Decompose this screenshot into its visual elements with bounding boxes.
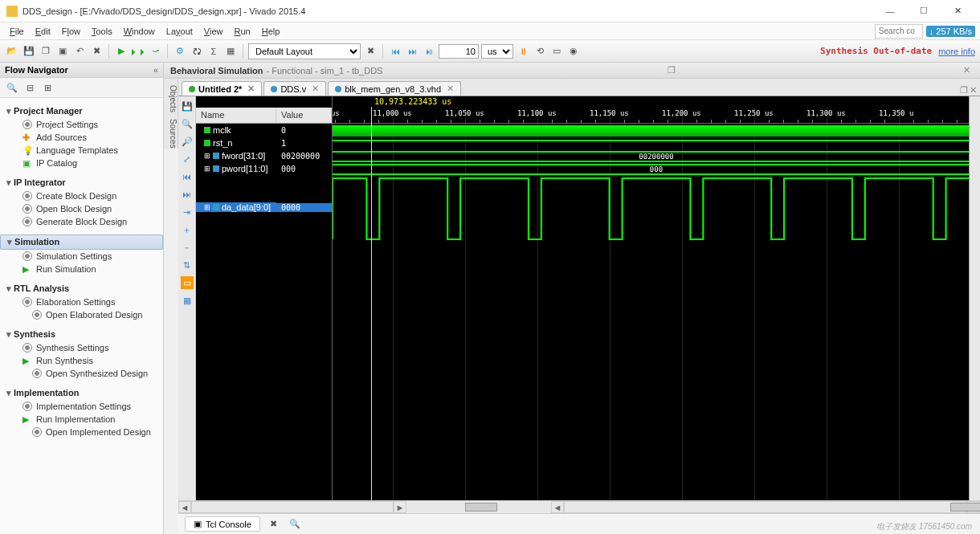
maximize-button[interactable]: ☐ <box>908 2 940 21</box>
nav-group-synthesis[interactable]: Synthesis <box>0 328 163 341</box>
sources-tab[interactable]: Sources <box>164 112 178 149</box>
nav-item-generate-block-design[interactable]: Generate Block Design <box>0 215 163 228</box>
nav-item-open-synthesized-design[interactable]: Open Synthesized Design <box>0 367 163 380</box>
run-time-input[interactable] <box>439 44 479 59</box>
nav-item-run-simulation[interactable]: ▶Run Simulation <box>0 263 163 275</box>
col-name[interactable]: Name <box>196 108 276 123</box>
prev-edge-icon[interactable]: ⏮ <box>181 170 194 183</box>
relaunch-icon[interactable]: ⟲ <box>533 44 547 59</box>
signal-row-fword310[interactable]: ⊞fword[31:0]00200000 <box>196 149 332 162</box>
col-value[interactable]: Value <box>276 108 332 123</box>
cancel-icon[interactable]: ✖ <box>89 44 104 59</box>
reload-icon[interactable]: 🗘 <box>190 44 204 59</box>
waveform-canvas[interactable]: 10,973.223433 us 10,950 us11,000 us11,05… <box>333 96 980 500</box>
close-icon[interactable]: ✕ <box>312 84 319 94</box>
cursor-line[interactable] <box>371 96 372 500</box>
zoom-out-icon[interactable]: 🔎 <box>181 135 194 148</box>
close-icon[interactable]: ✕ <box>447 84 454 94</box>
settings-icon[interactable]: ⚙ <box>173 44 187 59</box>
tcl-console-tab[interactable]: ▣ Tcl Console <box>185 516 260 532</box>
tab-untitled[interactable]: Untitled 2*✕ <box>182 81 262 96</box>
nav-group-rtl-analysis[interactable]: RTL Analysis <box>0 282 163 296</box>
nav-item-run-implementation[interactable]: ▶Run Implementation <box>0 413 163 426</box>
tab-blkmem[interactable]: blk_mem_gen_v8_3.vhd✕ <box>328 81 461 96</box>
close-button[interactable]: ✕ <box>941 2 974 21</box>
run-all-icon[interactable]: ⏵⏵ <box>131 44 145 59</box>
menu-tools[interactable]: Tools <box>87 25 117 38</box>
panel-close-icon[interactable]: ✕ <box>960 65 974 75</box>
save-icon[interactable]: 💾 <box>181 100 194 112</box>
minimize-button[interactable]: — <box>874 2 906 21</box>
flow-navigator-tree[interactable]: Project ManagerProject Settings✚Add Sour… <box>0 98 163 534</box>
nav-item-create-block-design[interactable]: Create Block Design <box>0 190 163 202</box>
menu-layout[interactable]: Layout <box>161 25 198 38</box>
signal-row-rst_n[interactable]: rst_n1 <box>196 137 332 149</box>
scroll-thumb[interactable] <box>950 503 980 512</box>
signal-rows[interactable]: mclk0rst_n1⊞fword[31:0]00200000⊞pword[11… <box>196 124 332 500</box>
search-icon[interactable]: 🔍 <box>5 80 19 95</box>
chip-icon[interactable]: ▦ <box>223 44 238 59</box>
expand-icon[interactable]: ⊞ <box>40 80 55 95</box>
more-info-link[interactable]: more info <box>938 47 975 56</box>
signal-row-mclk[interactable]: mclk0 <box>196 124 332 137</box>
clear-icon[interactable]: ✖ <box>267 517 281 532</box>
undo-icon[interactable]: ↶ <box>72 44 87 59</box>
nav-item-ip-catalog[interactable]: ▣IP Catalog <box>0 157 163 169</box>
panel-pop-icon[interactable]: ❐ <box>664 65 679 75</box>
group-icon[interactable]: ▦ <box>181 294 194 307</box>
menu-window[interactable]: Window <box>119 25 160 38</box>
nav-item-synthesis-settings[interactable]: Synthesis Settings <box>0 341 163 354</box>
menu-view[interactable]: View <box>199 25 228 38</box>
nav-item-add-sources[interactable]: ✚Add Sources <box>0 131 163 144</box>
run-icon[interactable]: ▶ <box>114 44 129 59</box>
close-icon[interactable]: ✕ <box>247 84 255 94</box>
goto-icon[interactable]: ⇥ <box>181 206 194 218</box>
collapse-icon[interactable]: ⊟ <box>22 80 37 95</box>
nav-group-ip-integrator[interactable]: IP Integrator <box>0 176 163 190</box>
run-trig-icon[interactable]: ⏭ <box>405 44 419 59</box>
restart-icon[interactable]: ⏮ <box>388 44 402 59</box>
scroll-right-icon[interactable]: ► <box>394 501 406 513</box>
add-marker-icon[interactable]: ＋ <box>181 223 194 236</box>
sigma-icon[interactable]: Σ <box>206 44 221 59</box>
search-input[interactable] <box>875 24 923 39</box>
menu-flow[interactable]: Flow <box>57 25 85 38</box>
scope-icon[interactable]: ◉ <box>566 44 581 59</box>
maximize-icon[interactable]: ❐ <box>960 85 968 96</box>
nav-group-project-manager[interactable]: Project Manager <box>0 104 163 118</box>
scroll-thumb[interactable] <box>465 503 497 512</box>
layout-reset-icon[interactable]: ✖ <box>363 44 378 59</box>
run-time-unit[interactable]: us <box>481 44 513 59</box>
tab-dds[interactable]: DDS.v✕ <box>263 81 326 96</box>
nav-item-elaboration-settings[interactable]: Elaboration Settings <box>0 296 163 308</box>
menu-file[interactable]: File <box>5 25 29 38</box>
nav-group-implementation[interactable]: Implementation <box>0 386 163 400</box>
swap-icon[interactable]: ⇅ <box>181 259 194 271</box>
paste-icon[interactable]: ▣ <box>55 44 70 59</box>
nav-item-simulation-settings[interactable]: Simulation Settings <box>0 250 163 263</box>
nav-item-language-templates[interactable]: 💡Language Templates <box>0 144 163 157</box>
nav-item-open-block-design[interactable]: Open Block Design <box>0 202 163 215</box>
signal-row-da_data90[interactable]: ⊞da_data[9:0]0000 <box>196 175 332 239</box>
time-ruler[interactable]: 10,950 us11,000 us11,050 us11,100 us11,1… <box>333 108 980 124</box>
horizontal-scrollbar[interactable]: ◄ ► ◄ ► <box>178 500 980 513</box>
nav-item-project-settings[interactable]: Project Settings <box>0 118 163 131</box>
zoom-in-icon[interactable]: 🔍 <box>181 117 194 130</box>
signal-row-pword110[interactable]: ⊞pword[11:0]000 <box>196 162 332 175</box>
copy-icon[interactable]: ❐ <box>39 44 53 59</box>
step-icon[interactable]: ⏯ <box>422 44 436 59</box>
scroll-left-icon[interactable]: ◄ <box>178 501 191 513</box>
window-icon[interactable]: ▭ <box>549 44 564 59</box>
objects-tab[interactable]: Objects <box>164 79 178 112</box>
highlight-icon[interactable]: ▭ <box>181 276 194 289</box>
nav-item-implementation-settings[interactable]: Implementation Settings <box>0 400 163 413</box>
save-icon[interactable]: 💾 <box>22 44 36 59</box>
menu-run[interactable]: Run <box>230 25 255 38</box>
panel-menu-icon[interactable]: « <box>153 65 158 75</box>
close-icon[interactable]: ✕ <box>970 85 977 96</box>
nav-item-open-implemented-design[interactable]: Open Implemented Design <box>0 426 163 438</box>
nav-item-run-synthesis[interactable]: ▶Run Synthesis <box>0 354 163 367</box>
search-icon[interactable]: 🔍 <box>288 517 302 532</box>
zoom-fit-icon[interactable]: ⤢ <box>181 153 194 165</box>
next-edge-icon[interactable]: ⏭ <box>181 188 194 201</box>
